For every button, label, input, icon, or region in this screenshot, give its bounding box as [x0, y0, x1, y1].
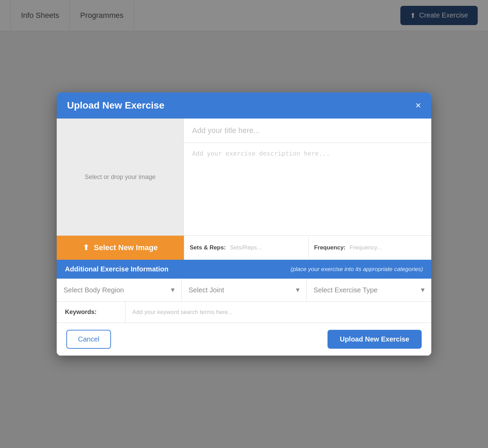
modal-close-button[interactable]: ×	[415, 101, 421, 110]
keywords-label: Keywords:	[57, 302, 125, 323]
dropdowns-row: Select Body Region Upper Body Lower Body…	[57, 279, 431, 302]
sets-reps-input[interactable]	[230, 237, 303, 259]
cancel-button[interactable]: Cancel	[66, 330, 111, 349]
select-new-image-button[interactable]: ⬆ Select New Image	[57, 236, 184, 260]
modal-body: Select or drop your image ⬆ Select New I…	[57, 119, 431, 356]
joint-select[interactable]: Select Joint Shoulder Elbow Wrist Hip Kn…	[182, 279, 307, 301]
modal-overlay: Upload New Exercise × Select or drop you…	[0, 0, 488, 448]
description-textarea[interactable]	[184, 143, 431, 235]
body-region-select[interactable]: Select Body Region Upper Body Lower Body…	[57, 279, 181, 301]
exercise-type-dropdown-wrapper: Select Exercise Type Strength Flexibilit…	[307, 279, 431, 301]
frequency-input[interactable]	[350, 237, 426, 259]
additional-info-header: Additional Exercise Information (place y…	[57, 260, 431, 279]
additional-info-title: Additional Exercise Information	[65, 265, 168, 273]
sets-reps-section: Sets & Reps: Frequency:	[184, 236, 431, 260]
sets-reps-label: Sets & Reps:	[190, 244, 226, 251]
frequency-group: Frequency:	[309, 237, 431, 259]
keywords-row: Keywords:	[57, 302, 431, 323]
frequency-label: Frequency:	[314, 244, 346, 251]
form-fields	[184, 119, 431, 235]
additional-info-subtitle: (place your exercise into its appropriat…	[290, 266, 423, 273]
image-drop-text: Select or drop your image	[85, 173, 155, 181]
modal-title: Upload New Exercise	[67, 100, 164, 111]
exercise-type-select[interactable]: Select Exercise Type Strength Flexibilit…	[307, 279, 431, 301]
body-region-dropdown-wrapper: Select Body Region Upper Body Lower Body…	[57, 279, 182, 301]
modal-header: Upload New Exercise ×	[57, 92, 431, 119]
joint-dropdown-wrapper: Select Joint Shoulder Elbow Wrist Hip Kn…	[182, 279, 307, 301]
sets-reps-group: Sets & Reps:	[184, 237, 309, 259]
upload-exercise-modal: Upload New Exercise × Select or drop you…	[57, 92, 431, 356]
image-drop-area[interactable]: Select or drop your image	[57, 119, 184, 235]
keywords-input[interactable]	[125, 302, 431, 323]
upload-new-exercise-button[interactable]: Upload New Exercise	[328, 330, 422, 349]
select-image-row: ⬆ Select New Image Sets & Reps: Frequenc…	[57, 235, 431, 260]
modal-top-section: Select or drop your image	[57, 119, 431, 235]
modal-footer: Cancel Upload New Exercise	[57, 323, 431, 356]
upload-image-icon: ⬆	[83, 243, 89, 252]
title-input[interactable]	[184, 119, 431, 143]
